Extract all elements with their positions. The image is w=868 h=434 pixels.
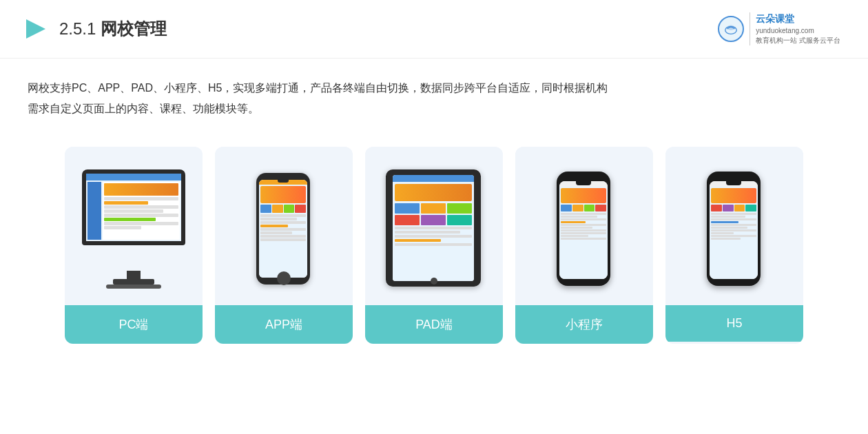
- logo-text: 云朵课堂 yunduoketang.com 教育机构一站 式服务云平台: [750, 12, 840, 45]
- card-label-h5: H5: [665, 305, 803, 342]
- page-container: 2.5.1 网校管理 云朵课堂 yunduoketang.com 教育机构一站 …: [0, 0, 868, 434]
- play-arrow-icon: [21, 15, 48, 43]
- page-title: 2.5.1 网校管理: [59, 18, 167, 40]
- card-label-miniapp: 小程序: [515, 305, 653, 344]
- logo-area: 云朵课堂 yunduoketang.com 教育机构一站 式服务云平台: [718, 12, 840, 45]
- card-image-app: [215, 147, 353, 305]
- card-label-pad: PAD端: [365, 305, 503, 344]
- title-bold: 网校管理: [101, 19, 167, 38]
- card-image-pad: [365, 147, 503, 305]
- phone-miniapp-icon: [557, 172, 612, 287]
- logo-tagline: 教育机构一站 式服务云平台: [756, 36, 840, 45]
- logo-domain: yunduoketang.com: [756, 26, 840, 36]
- description-block: 网校支持PC、APP、PAD、小程序、H5，实现多端打通，产品各终端自由切换，数…: [0, 59, 868, 127]
- logo-brand-name: 云朵课堂: [756, 12, 840, 26]
- title-prefix: 2.5.1: [59, 19, 101, 38]
- description-line2: 需求自定义页面上的内容、课程、功能模块等。: [28, 99, 840, 119]
- card-label-pc: PC端: [65, 305, 203, 344]
- pad-icon: [386, 169, 482, 290]
- description-line1: 网校支持PC、APP、PAD、小程序、H5，实现多端打通，产品各终端自由切换，数…: [28, 78, 840, 99]
- cards-area: PC端: [0, 126, 868, 358]
- card-pc: PC端: [65, 147, 203, 344]
- phone-h5-icon: [707, 172, 762, 287]
- card-app: APP端: [215, 147, 353, 344]
- header-left: 2.5.1 网校管理: [21, 15, 167, 43]
- pc-monitor-icon: [81, 169, 187, 290]
- svg-marker-0: [26, 19, 45, 39]
- header: 2.5.1 网校管理 云朵课堂 yunduoketang.com 教育机构一站 …: [0, 0, 868, 59]
- card-image-miniapp: [515, 147, 653, 305]
- card-pad: PAD端: [365, 147, 503, 344]
- card-label-app: APP端: [215, 305, 353, 344]
- logo-icon: [718, 16, 744, 42]
- phone-app-icon: [256, 173, 311, 287]
- card-image-pc: [65, 147, 203, 305]
- card-h5: H5: [665, 147, 803, 344]
- card-image-h5: [665, 147, 803, 305]
- card-miniapp: 小程序: [515, 147, 653, 344]
